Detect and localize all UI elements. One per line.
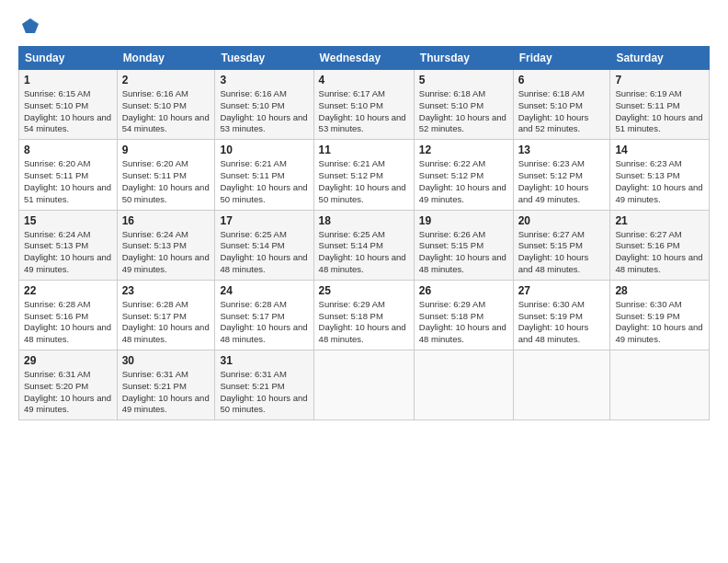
day-info: Sunrise: 6:29 AM Sunset: 5:18 PM Dayligh…	[319, 299, 409, 346]
col-header-sunday: Sunday	[19, 47, 118, 70]
table-row: 3 Sunrise: 6:16 AM Sunset: 5:10 PM Dayli…	[215, 70, 313, 140]
table-row: 28 Sunrise: 6:30 AM Sunset: 5:19 PM Dayl…	[610, 280, 710, 350]
table-row: 16 Sunrise: 6:24 AM Sunset: 5:13 PM Dayl…	[117, 210, 215, 280]
day-info: Sunrise: 6:19 AM Sunset: 5:11 PM Dayligh…	[615, 88, 704, 135]
day-info: Sunrise: 6:28 AM Sunset: 5:17 PM Dayligh…	[220, 299, 308, 346]
table-row: 9 Sunrise: 6:20 AM Sunset: 5:11 PM Dayli…	[117, 140, 215, 210]
table-row: 5 Sunrise: 6:18 AM Sunset: 5:10 PM Dayli…	[414, 70, 513, 140]
table-row: 29 Sunrise: 6:31 AM Sunset: 5:20 PM Dayl…	[19, 350, 118, 420]
col-header-friday: Friday	[513, 47, 610, 70]
day-info: Sunrise: 6:31 AM Sunset: 5:21 PM Dayligh…	[122, 369, 210, 416]
day-number: 1	[24, 74, 112, 86]
table-row: 27 Sunrise: 6:30 AM Sunset: 5:19 PM Dayl…	[513, 280, 610, 350]
day-number: 28	[615, 284, 704, 297]
day-info: Sunrise: 6:22 AM Sunset: 5:12 PM Dayligh…	[419, 158, 508, 205]
day-info: Sunrise: 6:24 AM Sunset: 5:13 PM Dayligh…	[122, 229, 210, 276]
day-info: Sunrise: 6:30 AM Sunset: 5:19 PM Dayligh…	[615, 299, 704, 346]
table-row: 21 Sunrise: 6:27 AM Sunset: 5:16 PM Dayl…	[610, 210, 710, 280]
day-number: 4	[319, 74, 409, 86]
day-number: 11	[319, 144, 409, 156]
table-row: 12 Sunrise: 6:22 AM Sunset: 5:12 PM Dayl…	[414, 140, 513, 210]
day-info: Sunrise: 6:31 AM Sunset: 5:20 PM Dayligh…	[24, 369, 112, 416]
day-number: 20	[518, 214, 606, 227]
day-number: 2	[122, 74, 210, 86]
table-row: 24 Sunrise: 6:28 AM Sunset: 5:17 PM Dayl…	[215, 280, 313, 350]
day-info: Sunrise: 6:25 AM Sunset: 5:14 PM Dayligh…	[220, 229, 308, 276]
col-header-tuesday: Tuesday	[215, 47, 313, 70]
table-row: 25 Sunrise: 6:29 AM Sunset: 5:18 PM Dayl…	[313, 280, 414, 350]
day-info: Sunrise: 6:16 AM Sunset: 5:10 PM Dayligh…	[220, 88, 308, 135]
day-number: 14	[615, 144, 704, 156]
table-row: 17 Sunrise: 6:25 AM Sunset: 5:14 PM Dayl…	[215, 210, 313, 280]
table-row: 10 Sunrise: 6:21 AM Sunset: 5:11 PM Dayl…	[215, 140, 313, 210]
day-number: 24	[220, 284, 308, 297]
day-number: 13	[518, 144, 606, 156]
table-row: 30 Sunrise: 6:31 AM Sunset: 5:21 PM Dayl…	[117, 350, 215, 420]
page: SundayMondayTuesdayWednesdayThursdayFrid…	[0, 0, 728, 563]
day-number: 22	[24, 284, 112, 297]
day-info: Sunrise: 6:20 AM Sunset: 5:11 PM Dayligh…	[24, 158, 112, 205]
table-row: 6 Sunrise: 6:18 AM Sunset: 5:10 PM Dayli…	[513, 70, 610, 140]
table-row: 13 Sunrise: 6:23 AM Sunset: 5:12 PM Dayl…	[513, 140, 610, 210]
table-row: 1 Sunrise: 6:15 AM Sunset: 5:10 PM Dayli…	[19, 70, 118, 140]
table-row: 14 Sunrise: 6:23 AM Sunset: 5:13 PM Dayl…	[610, 140, 710, 210]
day-number: 5	[419, 74, 508, 86]
table-row: 11 Sunrise: 6:21 AM Sunset: 5:12 PM Dayl…	[313, 140, 414, 210]
day-number: 25	[319, 284, 409, 297]
table-row	[313, 350, 414, 420]
col-header-wednesday: Wednesday	[313, 47, 414, 70]
day-number: 27	[518, 284, 606, 297]
table-row: 19 Sunrise: 6:26 AM Sunset: 5:15 PM Dayl…	[414, 210, 513, 280]
day-info: Sunrise: 6:16 AM Sunset: 5:10 PM Dayligh…	[122, 88, 210, 135]
table-row: 26 Sunrise: 6:29 AM Sunset: 5:18 PM Dayl…	[414, 280, 513, 350]
logo	[18, 17, 40, 37]
day-info: Sunrise: 6:28 AM Sunset: 5:16 PM Dayligh…	[24, 299, 112, 346]
day-info: Sunrise: 6:18 AM Sunset: 5:10 PM Dayligh…	[419, 88, 508, 135]
table-row: 20 Sunrise: 6:27 AM Sunset: 5:15 PM Dayl…	[513, 210, 610, 280]
day-number: 12	[419, 144, 508, 156]
day-number: 17	[220, 214, 308, 227]
day-number: 10	[220, 144, 308, 156]
day-info: Sunrise: 6:31 AM Sunset: 5:21 PM Dayligh…	[220, 369, 308, 416]
day-info: Sunrise: 6:23 AM Sunset: 5:13 PM Dayligh…	[615, 158, 704, 205]
table-row: 23 Sunrise: 6:28 AM Sunset: 5:17 PM Dayl…	[117, 280, 215, 350]
day-number: 8	[24, 144, 112, 156]
day-number: 23	[122, 284, 210, 297]
table-row	[414, 350, 513, 420]
table-row: 18 Sunrise: 6:25 AM Sunset: 5:14 PM Dayl…	[313, 210, 414, 280]
table-row: 15 Sunrise: 6:24 AM Sunset: 5:13 PM Dayl…	[19, 210, 118, 280]
day-info: Sunrise: 6:27 AM Sunset: 5:15 PM Dayligh…	[518, 229, 606, 276]
day-info: Sunrise: 6:24 AM Sunset: 5:13 PM Dayligh…	[24, 229, 112, 276]
day-number: 30	[122, 354, 210, 367]
header	[18, 17, 710, 37]
col-header-thursday: Thursday	[414, 47, 513, 70]
day-info: Sunrise: 6:23 AM Sunset: 5:12 PM Dayligh…	[518, 158, 606, 205]
day-info: Sunrise: 6:29 AM Sunset: 5:18 PM Dayligh…	[419, 299, 508, 346]
day-info: Sunrise: 6:21 AM Sunset: 5:11 PM Dayligh…	[220, 158, 308, 205]
day-info: Sunrise: 6:25 AM Sunset: 5:14 PM Dayligh…	[319, 229, 409, 276]
day-number: 21	[615, 214, 704, 227]
table-row	[513, 350, 610, 420]
calendar-table: SundayMondayTuesdayWednesdayThursdayFrid…	[18, 46, 710, 420]
svg-marker-0	[22, 18, 39, 33]
day-number: 31	[220, 354, 308, 367]
day-info: Sunrise: 6:15 AM Sunset: 5:10 PM Dayligh…	[24, 88, 112, 135]
day-number: 6	[518, 74, 606, 86]
table-row: 4 Sunrise: 6:17 AM Sunset: 5:10 PM Dayli…	[313, 70, 414, 140]
day-number: 19	[419, 214, 508, 227]
day-number: 29	[24, 354, 112, 367]
col-header-saturday: Saturday	[610, 47, 710, 70]
col-header-monday: Monday	[117, 47, 215, 70]
day-number: 16	[122, 214, 210, 227]
day-number: 7	[615, 74, 704, 86]
day-number: 15	[24, 214, 112, 227]
day-number: 26	[419, 284, 508, 297]
logo-flag-icon	[20, 17, 40, 37]
day-info: Sunrise: 6:20 AM Sunset: 5:11 PM Dayligh…	[122, 158, 210, 205]
day-info: Sunrise: 6:21 AM Sunset: 5:12 PM Dayligh…	[319, 158, 409, 205]
table-row: 31 Sunrise: 6:31 AM Sunset: 5:21 PM Dayl…	[215, 350, 313, 420]
table-row: 2 Sunrise: 6:16 AM Sunset: 5:10 PM Dayli…	[117, 70, 215, 140]
day-info: Sunrise: 6:18 AM Sunset: 5:10 PM Dayligh…	[518, 88, 606, 135]
day-number: 3	[220, 74, 308, 86]
table-row: 7 Sunrise: 6:19 AM Sunset: 5:11 PM Dayli…	[610, 70, 710, 140]
